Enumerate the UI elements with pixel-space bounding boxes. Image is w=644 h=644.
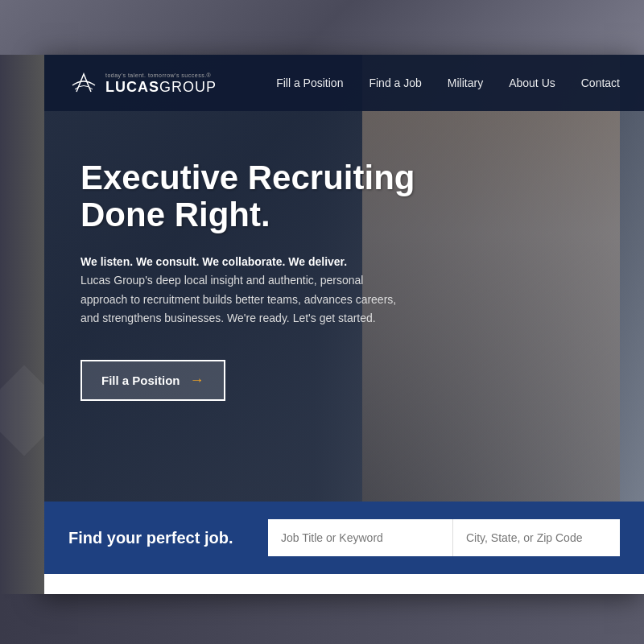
navbar: today's talent. tomorrow's success.® LUC… [44, 55, 644, 111]
hero-description-line2: Lucas Group's deep local insight and aut… [80, 274, 396, 324]
job-title-keyword-input[interactable] [268, 519, 452, 556]
nav-link-contact[interactable]: Contact [581, 76, 620, 89]
nav-item-find-job[interactable]: Find a Job [369, 76, 421, 90]
left-sidebar-decoration [0, 55, 44, 594]
logo-icon [68, 68, 99, 98]
logo-name: LUCASGROUP [105, 80, 217, 94]
nav-item-military[interactable]: Military [448, 76, 483, 90]
hero-content: Executive Recruiting Done Right. We list… [44, 111, 495, 441]
hero-section: today's talent. tomorrow's success.® LUC… [44, 55, 644, 502]
cta-label: Fill a Position [101, 374, 180, 387]
nav-link-fill-position[interactable]: Fill a Position [276, 76, 343, 89]
hero-description: We listen. We consult. We collaborate. W… [80, 253, 411, 327]
search-label: Find your perfect job. [68, 529, 246, 547]
nav-links: Fill a Position Find a Job Military Abou… [276, 76, 620, 90]
cta-arrow-icon: → [190, 372, 204, 389]
logo-text: today's talent. tomorrow's success.® LUC… [105, 72, 217, 94]
hero-title: Executive Recruiting Done Right. [80, 159, 459, 233]
city-state-zip-input[interactable] [452, 519, 620, 556]
logo-tagline: today's talent. tomorrow's success.® [105, 72, 217, 78]
cta-button[interactable]: Fill a Position → [80, 360, 225, 401]
nav-item-fill-position[interactable]: Fill a Position [276, 76, 343, 90]
main-content-card: today's talent. tomorrow's success.® LUC… [44, 55, 644, 594]
nav-item-contact[interactable]: Contact [581, 76, 620, 90]
logo[interactable]: today's talent. tomorrow's success.® LUC… [68, 68, 217, 98]
background-bottom [0, 594, 644, 644]
nav-link-military[interactable]: Military [448, 76, 483, 89]
background-top [0, 0, 644, 60]
hero-description-line1: We listen. We consult. We collaborate. W… [80, 255, 347, 268]
search-bar: Find your perfect job. [44, 502, 644, 574]
nav-item-about-us[interactable]: About Us [509, 76, 555, 90]
nav-link-find-job[interactable]: Find a Job [369, 76, 421, 89]
nav-link-about-us[interactable]: About Us [509, 76, 555, 89]
